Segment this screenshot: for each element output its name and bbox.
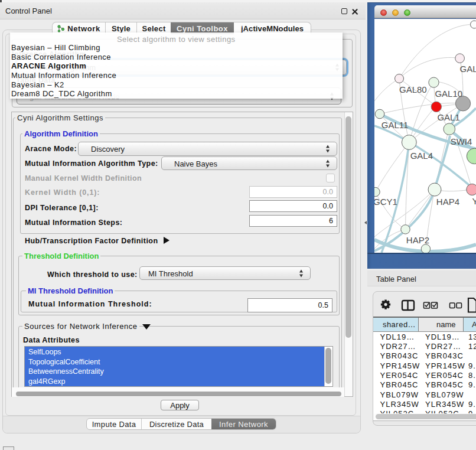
svg-text:GAL2: GAL2 (460, 64, 476, 74)
svg-text:GAL1: GAL1 (437, 112, 459, 122)
svg-text:YEL: YEL (472, 196, 476, 206)
svg-text:GAL11: GAL11 (382, 120, 409, 130)
svg-text:GAL80: GAL80 (399, 84, 427, 94)
svg-text:HAP2: HAP2 (406, 235, 429, 245)
svg-text:GAL4: GAL4 (410, 151, 433, 161)
svg-text:HAP4: HAP4 (436, 197, 459, 207)
svg-text:GAL10: GAL10 (435, 89, 462, 99)
svg-text:SWI4: SWI4 (451, 136, 472, 146)
svg-text:GCY1: GCY1 (374, 197, 397, 207)
